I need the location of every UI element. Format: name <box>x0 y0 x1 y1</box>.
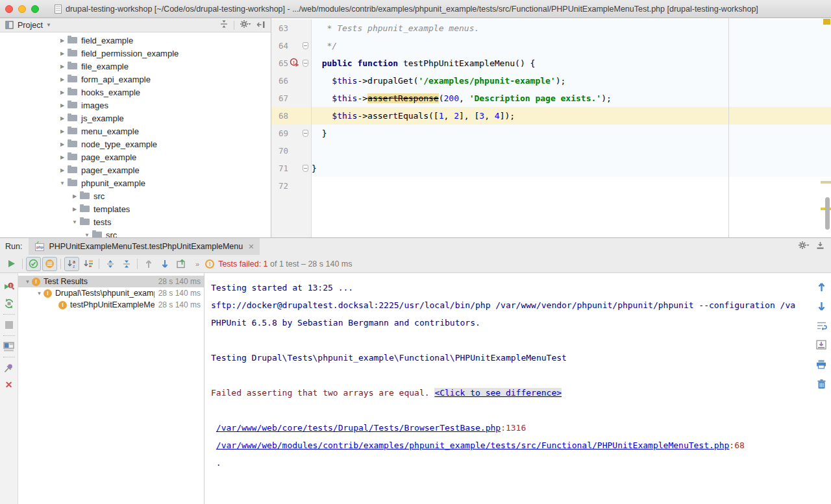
editor-empty-area[interactable] <box>271 195 831 237</box>
code-line-content[interactable] <box>312 177 831 195</box>
chevron-collapsed-icon[interactable]: ▶ <box>69 206 80 212</box>
test-tree-item[interactable]: ▼!Test Results28 s 140 ms <box>18 276 204 287</box>
chevron-collapsed-icon[interactable]: ▶ <box>57 115 68 121</box>
project-tree-item[interactable]: ▶pager_example <box>0 163 271 176</box>
fold-marker-icon[interactable] <box>303 42 308 49</box>
code-line-content[interactable] <box>312 142 831 160</box>
previous-failed-test-button[interactable] <box>141 257 156 271</box>
zoom-window-button[interactable] <box>31 5 39 13</box>
rerun-failed-tests-button[interactable]: ! <box>0 278 18 295</box>
project-tree-item[interactable]: ▶hooks_example <box>0 86 271 99</box>
chevron-collapsed-icon[interactable]: ▶ <box>57 51 68 56</box>
code-line-content[interactable]: $this->assertResponse(200, 'Description … <box>312 90 831 107</box>
chevron-collapsed-icon[interactable]: ▶ <box>69 193 80 199</box>
stop-button[interactable] <box>0 317 18 333</box>
project-tree-item[interactable]: ▶field_example <box>0 34 271 47</box>
test-tree-item[interactable]: !testPhpUnitExampleMenu28 s 140 ms <box>18 299 204 311</box>
pin-tab-button[interactable] <box>0 359 18 376</box>
chevron-expanded-icon[interactable]: ▼ <box>69 219 80 225</box>
print-icon[interactable] <box>816 359 826 372</box>
code-editor[interactable]: 63 * Tests phpunit_example menus.64 */65… <box>271 18 831 237</box>
gear-icon[interactable] <box>240 19 251 31</box>
project-tree-item[interactable]: ▶js_example <box>0 112 271 125</box>
more-actions-icon[interactable]: » <box>195 260 200 268</box>
test-console-output[interactable]: Testing started at 13:25 ...sftp://docke… <box>205 273 812 504</box>
chevron-down-icon[interactable]: ▼ <box>46 22 51 28</box>
chevron-collapsed-icon[interactable]: ▶ <box>57 77 68 82</box>
editor-line[interactable]: 63 * Tests phpunit_example menus. <box>271 19 831 37</box>
project-tree-item[interactable]: ▼src <box>0 228 271 237</box>
chevron-collapsed-icon[interactable]: ▶ <box>57 38 68 43</box>
editor-line[interactable]: 72 <box>271 177 831 195</box>
gear-icon[interactable] <box>798 241 810 252</box>
project-panel-title[interactable]: Project <box>18 21 43 30</box>
show-ignored-toggle[interactable] <box>42 257 57 271</box>
editor-line[interactable]: 66 $this->drupalGet('/examples/phpunit-e… <box>271 72 831 90</box>
soft-wrap-toggle-icon[interactable] <box>816 321 827 333</box>
editor-line[interactable]: 65! public function testPhpUnitExampleMe… <box>271 54 831 72</box>
chevron-collapsed-icon[interactable]: ▶ <box>57 167 68 173</box>
project-tree-item[interactable]: ▶field_permission_example <box>0 47 271 60</box>
chevron-expanded-icon[interactable]: ▼ <box>35 291 43 296</box>
project-tree-item[interactable]: ▼phpunit_example <box>0 176 271 189</box>
fold-marker-icon[interactable] <box>303 60 308 67</box>
chevron-collapsed-icon[interactable]: ▶ <box>57 102 68 108</box>
sort-by-duration-button[interactable] <box>81 257 95 271</box>
editor-scrollbar[interactable] <box>825 197 830 230</box>
close-window-button[interactable] <box>5 5 13 13</box>
close-tab-icon[interactable]: ✕ <box>248 243 254 251</box>
chevron-expanded-icon[interactable]: ▼ <box>57 180 68 186</box>
editor-line[interactable]: 69 } <box>271 125 831 142</box>
restore-layout-button[interactable] <box>0 338 18 355</box>
next-failed-test-button[interactable] <box>157 257 172 271</box>
hide-panel-icon[interactable] <box>256 19 266 31</box>
editor-line[interactable]: 64 */ <box>271 37 831 54</box>
console-link[interactable]: /var/www/web/core/tests/Drupal/Tests/Bro… <box>216 423 501 433</box>
project-tree-item[interactable]: ▶src <box>0 189 271 202</box>
rerun-test-button[interactable] <box>4 257 19 271</box>
expand-all-button[interactable] <box>103 257 118 271</box>
error-stripe-warning-marker[interactable] <box>823 19 830 25</box>
editor-line[interactable]: 71} <box>271 160 831 177</box>
collapse-all-icon[interactable] <box>219 19 229 31</box>
hide-tool-window-icon[interactable] <box>816 241 825 252</box>
fold-marker-icon[interactable] <box>303 165 308 172</box>
editor-line[interactable]: 70 <box>271 142 831 160</box>
editor-line[interactable]: 67 $this->assertResponse(200, 'Descripti… <box>271 90 831 107</box>
clear-all-icon[interactable] <box>817 379 826 392</box>
chevron-collapsed-icon[interactable]: ▶ <box>57 154 68 160</box>
scroll-to-end-icon[interactable] <box>816 340 826 352</box>
previous-message-button[interactable] <box>817 282 826 294</box>
project-tree-item[interactable]: ▶form_api_example <box>0 73 271 86</box>
console-link[interactable]: /var/www/web/modules/contrib/examples/ph… <box>216 440 730 450</box>
chevron-collapsed-icon[interactable]: ▶ <box>57 64 68 69</box>
next-message-button[interactable] <box>817 302 826 314</box>
console-link[interactable]: <Click to see difference> <box>434 388 562 398</box>
code-line-content[interactable]: } <box>312 125 831 142</box>
code-line-content[interactable]: * Tests phpunit_example menus. <box>312 19 831 37</box>
code-line-content[interactable]: */ <box>312 37 831 54</box>
fold-marker-icon[interactable] <box>303 130 308 137</box>
chevron-collapsed-icon[interactable]: ▶ <box>57 128 68 134</box>
show-passed-toggle[interactable] <box>26 257 41 271</box>
chevron-collapsed-icon[interactable]: ▶ <box>57 141 68 147</box>
export-test-results-button[interactable] <box>173 257 188 271</box>
project-tree-item[interactable]: ▼tests <box>0 215 271 228</box>
code-line-content[interactable]: $this->assertEquals([1, 2], [3, 4]); <box>312 107 831 125</box>
collapse-all-button[interactable] <box>119 257 134 271</box>
project-tree-item[interactable]: ▶images <box>0 99 271 112</box>
chevron-expanded-icon[interactable]: ▼ <box>82 232 92 238</box>
code-line-content[interactable]: $this->drupalGet('/examples/phpunit-exam… <box>312 72 831 90</box>
project-tree-item[interactable]: ▶page_example <box>0 150 271 163</box>
run-tab[interactable]: ✓php PHPUnitExampleMenuTest.testPhpUnitE… <box>29 238 260 255</box>
minimize-window-button[interactable] <box>18 5 26 13</box>
close-tool-window-button[interactable]: ✕ <box>0 376 18 393</box>
rerun-button[interactable] <box>0 295 18 312</box>
project-tree-item[interactable]: ▶node_type_example <box>0 138 271 150</box>
code-line-content[interactable]: } <box>312 160 831 177</box>
test-tree-item[interactable]: ▼!Drupal\Tests\phpunit_example\Functiona… <box>18 287 204 299</box>
editor-line[interactable]: 68 $this->assertEquals([1, 2], [3, 4]); <box>271 107 831 125</box>
sort-alphabetically-toggle[interactable]: az <box>64 257 79 271</box>
project-tree-item[interactable]: ▶file_example <box>0 60 271 73</box>
test-failed-gutter-icon[interactable]: ! <box>290 57 299 69</box>
